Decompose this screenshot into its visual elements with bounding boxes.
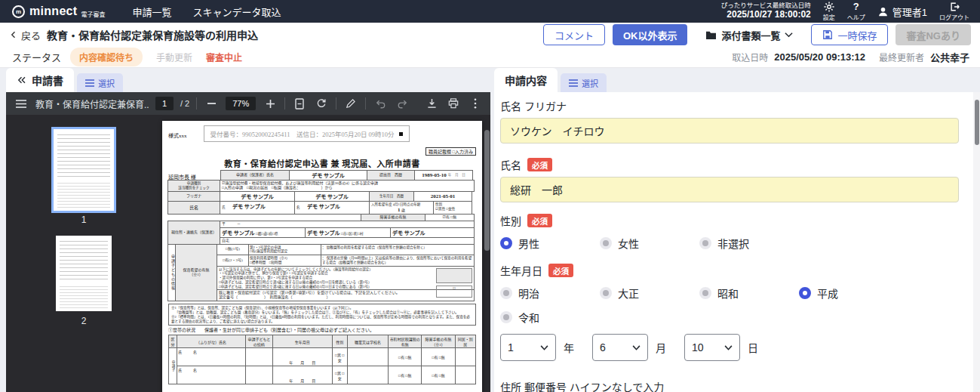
tab-content-select[interactable]: 選択 — [561, 73, 607, 92]
era-option-showa[interactable]: 昭和 — [699, 286, 793, 301]
thumbnail-2-label: 2 — [54, 316, 114, 326]
kana-input[interactable] — [500, 118, 959, 144]
pdf-viewer: 教育・保育給付認定兼保育... 1 / 2 77% — [6, 92, 490, 392]
birth-day-select[interactable]: 10 — [684, 334, 740, 361]
era-option-label: 明治 — [518, 286, 539, 301]
zoom-out-icon[interactable] — [204, 96, 219, 111]
chevron-down-icon — [540, 345, 548, 350]
name-label-text: 氏名 — [500, 157, 521, 172]
doc-applicant-value: デモ サンプル — [289, 170, 367, 181]
doc-applicant-label: 申請者（保護者）氏名 — [220, 170, 290, 181]
list-menu-icon — [85, 79, 94, 87]
undo-icon[interactable] — [373, 96, 388, 111]
save-icon — [822, 29, 833, 40]
radio-icon — [500, 287, 512, 299]
download-icon[interactable] — [424, 96, 439, 111]
review-abort-link[interactable]: 審査中止 — [206, 51, 242, 63]
pittari-last-import-value: 2025/10/27 18:00:02 — [721, 10, 811, 20]
pdf-zoom-value[interactable]: 77% — [226, 97, 256, 110]
top-header: m minnect 電子審査 申請一覧 スキャンデータ取込 ぴったりサービス最終… — [0, 0, 980, 23]
ok-filter-button[interactable]: OK以外表示 — [613, 24, 688, 45]
month-unit-label: 月 — [656, 340, 666, 355]
pittari-last-import: ぴったりサービス最終取込日時 2025/10/27 18:00:02 — [721, 2, 811, 20]
gender-option-male[interactable]: 男性 — [500, 236, 594, 251]
name-field-label: 氏名 必須 — [500, 157, 968, 172]
doc-care-r2d: ： 保護者の労働（月60時間以上）又は疾病等の理由により、保育所等において保育の… — [321, 255, 474, 265]
birthdate-field-label: 生年月日 必須 — [500, 263, 968, 278]
nav-application-list[interactable]: 申請一覧 — [132, 5, 171, 19]
tab-content-select-label: 選択 — [582, 77, 598, 89]
settings-button[interactable]: 設定 — [823, 2, 835, 21]
help-icon: ? — [853, 2, 859, 12]
comment-button[interactable]: コメント — [543, 24, 605, 45]
help-button[interactable]: ? ヘルプ — [847, 2, 865, 21]
annotate-pen-icon[interactable] — [343, 96, 358, 111]
back-chevron-icon — [9, 30, 18, 39]
pdf-scrollbar-thumb[interactable] — [484, 130, 490, 251]
settings-label: 設定 — [823, 13, 835, 21]
list-menu-icon — [569, 79, 578, 87]
name-input[interactable] — [500, 177, 959, 202]
doc-submit-units: 年 月 日 — [448, 173, 465, 177]
tab-application-content[interactable]: 申請内容 — [494, 68, 558, 92]
minnect-logo-icon: m — [12, 5, 25, 18]
era-option-heisei[interactable]: 平成 — [799, 286, 892, 301]
pdf-page-input[interactable]: 1 — [155, 97, 174, 110]
tab-application-document[interactable]: 申請書 — [6, 68, 74, 92]
pdf-menu-icon[interactable] — [14, 96, 29, 111]
doc-address-post: 〒 － — [220, 221, 474, 227]
tab-document-select[interactable]: 選択 — [77, 73, 123, 92]
radio-icon — [699, 287, 711, 299]
doc-hh-cell-dis: □有 □無 — [422, 348, 455, 366]
zoom-in-icon[interactable] — [263, 96, 278, 111]
gear-icon — [824, 2, 834, 12]
doc-birth-label: 生年月日 西暦 — [369, 191, 414, 202]
doc-sex-value: ☑男性 □女性 — [435, 207, 470, 211]
rotate-icon[interactable] — [314, 96, 329, 111]
print-icon[interactable] — [446, 96, 461, 111]
doc-address3: デモ サンプル — [392, 230, 425, 236]
era-option-meiji[interactable]: 明治 — [500, 286, 594, 301]
doc-name1-prefix: 氏 — [222, 205, 226, 209]
doc-care-check-box: □ — [436, 286, 472, 298]
back-button[interactable]: 戻る — [9, 28, 41, 42]
thumbnail-1-label: 1 — [54, 215, 114, 225]
page-thumbnail-1[interactable] — [54, 129, 114, 211]
doc-kana1: デモ サンプル — [220, 191, 295, 202]
era-option-reiwa[interactable]: 令和 — [500, 310, 594, 325]
postal-field-label: 住所 郵便番号 ハイフンなしで入力 — [500, 379, 968, 392]
birth-month-select[interactable]: 6 — [592, 334, 648, 361]
doc-submit-label: 提出日 西暦 — [367, 170, 415, 181]
doc-address-home: 自宅 — [220, 237, 474, 244]
gender-option-label: 女性 — [618, 236, 639, 251]
era-option-label: 令和 — [518, 310, 539, 325]
gender-option-none[interactable]: 非選択 — [699, 236, 793, 251]
era-option-taisho[interactable]: 大正 — [600, 286, 693, 301]
manual-update-link[interactable]: 手動更新 — [156, 51, 192, 63]
form-scrollbar-thumb[interactable] — [975, 100, 979, 145]
doc-care-r1a: □無(1号) — [217, 245, 249, 255]
fit-page-icon[interactable] — [292, 96, 307, 111]
logout-button[interactable]: ログアウト — [939, 2, 969, 21]
doc-hh-header: 障害手帳の有無（※3） — [422, 335, 455, 348]
nav-scan-data-import[interactable]: スキャンデータ取込 — [192, 5, 281, 19]
doc-household-table: 区分 （ふりがな）氏名 申請子どもとの続柄 生年月日 性別 職業又は学校名 市町… — [168, 335, 476, 384]
day-unit-label: 日 — [748, 340, 758, 355]
more-options-icon[interactable] — [468, 96, 483, 111]
chevron-down-icon — [785, 32, 793, 38]
attachments-dropdown-button[interactable]: 添付書類一覧 — [695, 24, 803, 45]
brand-logo[interactable]: m minnect 電子審査 — [12, 5, 105, 18]
doc-address1: デモ サンプル — [222, 230, 255, 236]
temp-save-button[interactable]: 一時保存 — [811, 24, 888, 45]
era-option-label: 平成 — [817, 286, 838, 301]
doc-title: 教育・保育給付認定申込書 兼 現況届、入所申請書 — [168, 157, 476, 169]
doc-care-r1c: □有(施設等利用給付認定 — [250, 249, 320, 254]
user-menu[interactable]: 管理者1 — [877, 5, 927, 19]
doc-kana2: デモ サンプル — [294, 191, 370, 202]
gender-option-female[interactable]: 女性 — [600, 236, 693, 251]
birth-year-select[interactable]: 1 — [500, 334, 556, 361]
redo-icon[interactable] — [395, 96, 410, 111]
page-thumbnail-2[interactable] — [56, 236, 112, 311]
doc-hh-cell-name: 氏 名 — [177, 366, 246, 384]
doc-age-unit: 歳 — [401, 208, 405, 212]
